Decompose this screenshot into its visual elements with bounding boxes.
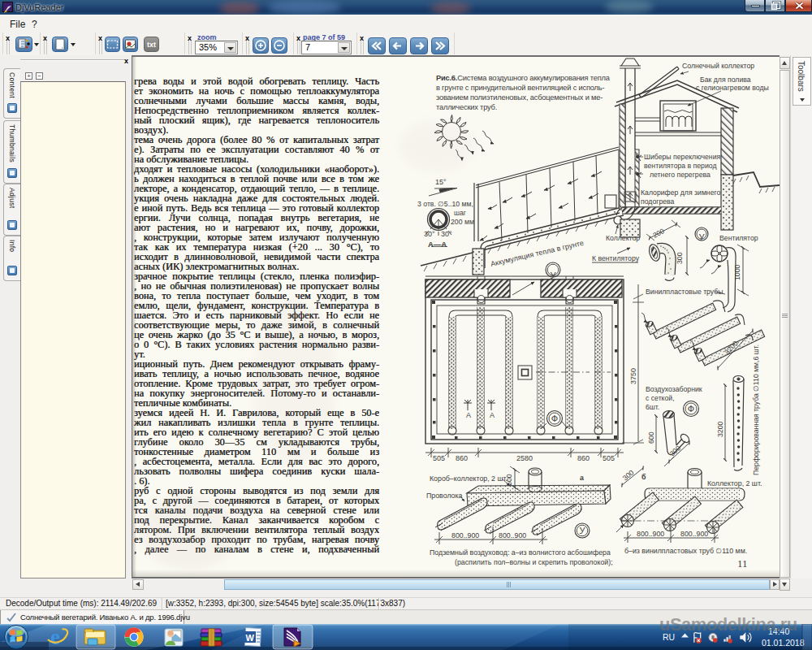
- svg-text:15°: 15°: [435, 178, 447, 186]
- svg-text:30°: 30°: [424, 230, 435, 238]
- svg-text:вентилятора в период: вентилятора в период: [644, 162, 717, 170]
- svg-text:800..900: 800..900: [680, 530, 708, 538]
- svg-text:Винилпластовые трубы: Винилпластовые трубы: [646, 288, 723, 296]
- svg-text:таллических труб.: таллических труб.: [436, 103, 497, 111]
- svg-text:в грунте с принудительной вент: в грунте с принудительной вентиляцией с …: [436, 84, 604, 92]
- svg-text:Проволока: Проволока: [426, 492, 463, 500]
- svg-text:800..900: 800..900: [451, 531, 479, 540]
- svg-text:У: У: [580, 526, 586, 535]
- svg-text:800..900: 800..900: [637, 530, 664, 538]
- svg-text:Ф: Ф: [551, 414, 558, 423]
- svg-text:б: б: [641, 473, 646, 481]
- svg-text:2580: 2580: [516, 454, 533, 462]
- svg-text:Вентилятор: Вентилятор: [719, 234, 758, 242]
- svg-text:с гелионагревом воды: с гелионагревом воды: [696, 84, 769, 92]
- svg-text:Калорифер для зимнего: Калорифер для зимнего: [641, 188, 720, 197]
- svg-text:300: 300: [676, 252, 684, 264]
- svg-text:3 отв. ∅5..10 мм,: 3 отв. ∅5..10 мм,: [417, 200, 473, 208]
- svg-text:W: W: [246, 633, 255, 643]
- svg-text:Шиберы переключения: Шиберы переключения: [644, 153, 721, 161]
- svg-text:Бак для полива: Бак для полива: [700, 76, 751, 84]
- svg-text:300: 300: [668, 444, 683, 457]
- svg-text:200 мм: 200 мм: [451, 218, 474, 226]
- svg-text:с сеткой,: с сеткой,: [646, 394, 675, 402]
- svg-text:Воздухозаборник: Воздухозаборник: [646, 385, 702, 393]
- svg-text:Рис.6.Система воздушного аккум: Рис.6.Система воздушного аккумулирования…: [436, 74, 611, 82]
- svg-text:3200: 3200: [716, 422, 724, 437]
- svg-text:11: 11: [737, 557, 748, 570]
- svg-text:Ф: Ф: [688, 404, 694, 414]
- svg-text:А: А: [466, 411, 471, 419]
- svg-text:А—А: А—А: [428, 240, 447, 249]
- svg-text:3750: 3750: [629, 368, 637, 384]
- svg-text:зованием полиэтиленовых, асбоц: зованием полиэтиленовых, асбоцементных и…: [436, 93, 603, 102]
- svg-text:600: 600: [647, 431, 655, 444]
- svg-text:Короб–коллектор, 2 шт.: Короб–коллектор, 2 шт.: [430, 474, 508, 483]
- svg-text:1000: 1000: [733, 265, 741, 280]
- svg-text:Солнечный коллектор: Солнечный коллектор: [682, 62, 754, 70]
- svg-text:Подземный воздуховод: а–из вол: Подземный воздуховод: а–из волнистого ас…: [430, 548, 611, 557]
- svg-text:01.01.2018: 01.01.2018: [762, 638, 805, 648]
- svg-text:б–из винилпластовых труб ∅110: б–из винилпластовых труб ∅110 мм.: [624, 547, 747, 555]
- svg-text:505: 505: [433, 454, 445, 462]
- svg-text:Аккумуляция тепла в грунте: Аккумуляция тепла в грунте: [490, 239, 585, 268]
- svg-text:подогрева: подогрева: [641, 197, 675, 206]
- svg-text:летнего перегрева: летнего перегрева: [650, 171, 710, 179]
- svg-text:505: 505: [603, 454, 615, 462]
- svg-text:а: а: [580, 474, 584, 482]
- svg-text:200: 200: [651, 227, 666, 240]
- svg-text:6шт.: 6шт.: [646, 403, 659, 411]
- svg-text:800..900: 800..900: [499, 531, 526, 540]
- svg-text:шаг: шаг: [454, 209, 466, 217]
- svg-text:А: А: [490, 411, 495, 419]
- svg-text:e: e: [50, 625, 60, 649]
- svg-text:(распилить пол–волны и скрепит: (распилить пол–волны и скрепить проволок…: [455, 558, 613, 566]
- svg-text:К вентилятору: К вентилятору: [592, 254, 640, 262]
- svg-text:Перфорированная труба ∅110 мм,: Перфорированная труба ∅110 мм,6 шт.: [752, 344, 760, 475]
- svg-text:860: 860: [456, 454, 468, 462]
- svg-text:Коллектор, 2 шт.: Коллектор, 2 шт.: [707, 479, 762, 488]
- svg-text:300: 300: [621, 468, 636, 482]
- svg-text:860: 860: [577, 454, 590, 462]
- svg-text:600: 600: [505, 474, 513, 486]
